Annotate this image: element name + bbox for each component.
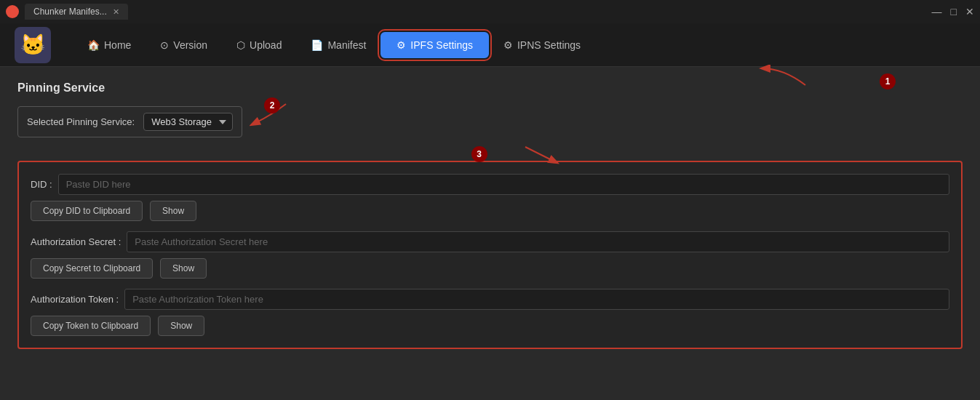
pinning-service-label: Selected Pinning Service: xyxy=(27,116,135,127)
nav-label-version: Version xyxy=(173,39,207,51)
pinning-service-row: Selected Pinning Service: Web3 Storage P… xyxy=(17,106,242,137)
copy-secret-button[interactable]: Copy Secret to Clipboard xyxy=(31,258,153,279)
version-icon: ⊙ xyxy=(160,39,169,51)
section-title: Pinning Service xyxy=(17,81,963,95)
content-area: Pinning Service Selected Pinning Service… xyxy=(0,67,980,400)
nav-label-upload: Upload xyxy=(250,39,282,51)
app-logo: 🐱 xyxy=(15,27,51,63)
credentials-box: DID : Copy DID to Clipboard Show Authori… xyxy=(17,161,963,349)
home-icon: 🏠 xyxy=(87,39,100,51)
upload-icon: ⬡ xyxy=(236,39,245,51)
nav-item-version[interactable]: ⊙ Version xyxy=(146,33,222,57)
did-label: DID : xyxy=(31,179,52,190)
ipns-settings-gear-icon: ⚙ xyxy=(503,39,513,51)
nav-label-manifest: Manifest xyxy=(327,39,366,51)
show-secret-button[interactable]: Show xyxy=(160,258,207,279)
auth-secret-input[interactable] xyxy=(127,231,949,252)
auth-secret-label: Authorization Secret : xyxy=(31,236,121,247)
maximize-button[interactable]: □ xyxy=(951,6,957,17)
nav-label-home: Home xyxy=(104,39,131,51)
tab-label: Chunker Manifes... xyxy=(33,7,107,17)
ipfs-settings-gear-icon: ⚙ xyxy=(397,39,406,51)
copy-token-button[interactable]: Copy Token to Clipboard xyxy=(31,316,151,336)
copy-did-button[interactable]: Copy DID to Clipboard xyxy=(31,201,143,221)
nav-item-ipns-settings[interactable]: ⚙ IPNS Settings xyxy=(489,33,595,57)
did-field-row: DID : Copy DID to Clipboard Show xyxy=(31,174,949,221)
did-input[interactable] xyxy=(58,174,949,195)
show-did-button[interactable]: Show xyxy=(150,201,196,221)
auth-token-input[interactable] xyxy=(124,289,949,310)
show-token-button[interactable]: Show xyxy=(158,316,204,336)
nav-label-ipns-settings: IPNS Settings xyxy=(517,39,581,51)
annotation-badge-3: 3 xyxy=(471,146,487,162)
nav-item-home[interactable]: 🏠 Home xyxy=(73,33,146,57)
auth-secret-field-row: Authorization Secret : Copy Secret to Cl… xyxy=(31,231,949,279)
svg-point-1 xyxy=(10,9,15,14)
app-logo-icon xyxy=(6,5,19,18)
title-bar: Chunker Manifes... ✕ — □ ✕ xyxy=(0,0,980,23)
auth-token-field-row: Authorization Token : Copy Token to Clip… xyxy=(31,289,949,336)
nav-item-upload[interactable]: ⬡ Upload xyxy=(222,33,296,57)
tab-close-icon[interactable]: ✕ xyxy=(113,7,119,17)
minimize-button[interactable]: — xyxy=(932,6,942,17)
nav-item-manifest[interactable]: 📄 Manifest xyxy=(296,33,381,57)
close-button[interactable]: ✕ xyxy=(965,6,974,17)
manifest-icon: 📄 xyxy=(311,39,323,51)
window-controls: — □ ✕ xyxy=(932,6,974,17)
annotation-badge-1: 1 xyxy=(880,73,896,89)
nav-bar: 🐱 🏠 Home ⊙ Version ⬡ Upload 📄 Manifest ⚙… xyxy=(0,23,980,67)
browser-tab[interactable]: Chunker Manifes... ✕ xyxy=(25,4,128,20)
app-container: 🐱 🏠 Home ⊙ Version ⬡ Upload 📄 Manifest ⚙… xyxy=(0,23,980,400)
pinning-service-select[interactable]: Web3 Storage Pinata Infura xyxy=(143,113,233,131)
nav-label-ipfs-settings: IPFS Settings xyxy=(410,39,473,51)
auth-token-label: Authorization Token : xyxy=(31,294,119,305)
nav-item-ipfs-settings[interactable]: ⚙ IPFS Settings xyxy=(381,32,489,58)
annotation-badge-2: 2 xyxy=(264,97,280,113)
